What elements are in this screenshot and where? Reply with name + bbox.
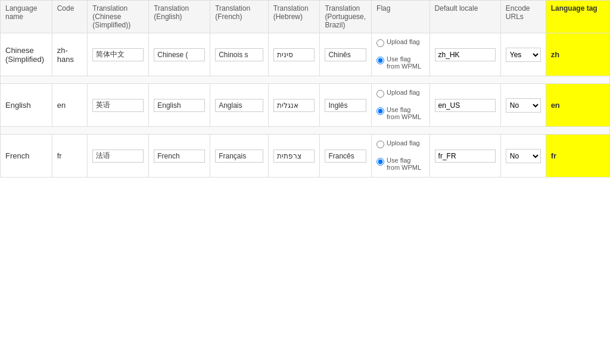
trans-pt-br-cell xyxy=(320,33,372,76)
trans-french-cell xyxy=(210,84,269,127)
trans-english-cell xyxy=(149,84,210,127)
flag-upload-option: Upload flag xyxy=(376,89,425,98)
encode-urls-select[interactable]: YesNo xyxy=(506,149,541,163)
header-trans-hebrew: Translation (Hebrew) xyxy=(268,1,320,33)
lang-tag-cell: zh xyxy=(546,33,609,76)
trans-french-cell xyxy=(210,33,269,76)
flag-wpml-label: Use flag from WPML xyxy=(387,157,425,171)
default-locale-cell xyxy=(430,135,500,178)
trans-pt-br-input[interactable] xyxy=(325,48,366,61)
flag-wpml-option: Use flag from WPML xyxy=(376,106,425,120)
flag-wpml-label: Use flag from WPML xyxy=(387,106,425,120)
trans-chinese-cell xyxy=(88,84,149,127)
flag-wpml-radio[interactable] xyxy=(376,57,384,64)
trans-chinese-input[interactable] xyxy=(92,150,144,163)
trans-chinese-input[interactable] xyxy=(92,99,144,112)
encode-urls-select[interactable]: YesNo xyxy=(506,98,541,113)
trans-english-input[interactable] xyxy=(154,48,205,61)
trans-chinese-cell xyxy=(88,33,149,76)
default-locale-input[interactable] xyxy=(435,150,496,163)
trans-hebrew-input[interactable] xyxy=(273,48,315,61)
lang-name-cell: French xyxy=(1,135,52,178)
header-trans-pt-br: Translation (Portuguese, Brazil) xyxy=(320,1,372,33)
lang-tag-cell: en xyxy=(546,84,609,127)
header-default-locale: Default locale xyxy=(430,1,500,33)
trans-english-input[interactable] xyxy=(154,99,205,112)
flag-wpml-label: Use flag from WPML xyxy=(387,55,425,70)
lang-tag-cell: fr xyxy=(546,135,609,178)
flag-upload-label: Upload flag xyxy=(387,89,420,96)
header-lang-tag: Language tag xyxy=(546,1,609,33)
flag-upload-option: Upload flag xyxy=(376,38,425,47)
flag-wpml-option: Use flag from WPML xyxy=(376,157,425,171)
header-code: Code xyxy=(52,1,88,33)
table-header-row: Language name Code Translation (Chinese … xyxy=(1,1,610,33)
trans-french-cell xyxy=(210,135,269,178)
encode-urls-cell: YesNo xyxy=(500,33,546,76)
trans-french-input[interactable] xyxy=(215,150,263,163)
flag-wpml-option: Use flag from WPML xyxy=(376,55,425,70)
default-locale-cell xyxy=(430,84,500,127)
language-table-container: Language name Code Translation (Chinese … xyxy=(0,0,610,178)
trans-hebrew-input[interactable] xyxy=(273,99,315,112)
trans-english-input[interactable] xyxy=(154,150,205,163)
header-trans-french: Translation (French) xyxy=(210,1,269,33)
flag-cell: Upload flag Use flag from WPML xyxy=(372,135,430,178)
flag-cell: Upload flag Use flag from WPML xyxy=(372,84,430,127)
header-flag: Flag xyxy=(372,1,430,33)
header-encode-urls: Encode URLs xyxy=(500,1,546,33)
trans-hebrew-input[interactable] xyxy=(273,150,315,163)
table-row: French fr Upload flag Use flag from WPML xyxy=(1,135,610,178)
default-locale-input[interactable] xyxy=(435,99,496,112)
trans-pt-br-input[interactable] xyxy=(325,99,366,112)
default-locale-input[interactable] xyxy=(435,48,496,61)
flag-upload-radio[interactable] xyxy=(376,141,384,148)
trans-chinese-cell xyxy=(88,135,149,178)
encode-urls-select[interactable]: YesNo xyxy=(506,48,541,62)
flag-upload-option: Upload flag xyxy=(376,139,425,148)
code-cell: en xyxy=(52,84,88,127)
code-cell: fr xyxy=(52,135,88,178)
trans-hebrew-cell xyxy=(268,135,320,178)
trans-hebrew-cell xyxy=(268,84,320,127)
trans-pt-br-cell xyxy=(320,135,372,178)
divider-row xyxy=(1,127,610,135)
lang-name-cell: Chinese (Simplified) xyxy=(1,33,52,76)
flag-upload-radio[interactable] xyxy=(376,90,384,98)
encode-urls-cell: YesNo xyxy=(500,84,546,127)
encode-urls-cell: YesNo xyxy=(500,135,546,178)
table-row: Chinese (Simplified) zh-hans Upload flag… xyxy=(1,33,610,76)
trans-chinese-input[interactable] xyxy=(92,48,144,61)
trans-french-input[interactable] xyxy=(215,99,263,112)
flag-cell: Upload flag Use flag from WPML xyxy=(372,33,430,76)
flag-wpml-radio[interactable] xyxy=(376,158,384,166)
flag-wpml-radio[interactable] xyxy=(376,107,384,115)
trans-english-cell xyxy=(149,135,210,178)
flag-upload-label: Upload flag xyxy=(387,139,420,147)
header-trans-chinese: Translation (Chinese (Simplified)) xyxy=(88,1,149,33)
header-lang-name: Language name xyxy=(1,1,52,33)
flag-upload-label: Upload flag xyxy=(387,38,420,45)
trans-english-cell xyxy=(149,33,210,76)
trans-pt-br-input[interactable] xyxy=(325,150,366,163)
divider-row xyxy=(1,76,610,84)
trans-french-input[interactable] xyxy=(215,48,263,61)
trans-hebrew-cell xyxy=(268,33,320,76)
flag-upload-radio[interactable] xyxy=(376,39,384,47)
table-row: English en Upload flag Use flag from WPM… xyxy=(1,84,610,127)
lang-name-cell: English xyxy=(1,84,52,127)
default-locale-cell xyxy=(430,33,500,76)
language-table: Language name Code Translation (Chinese … xyxy=(0,0,610,178)
header-trans-english: Translation (English) xyxy=(149,1,210,33)
code-cell: zh-hans xyxy=(52,33,88,76)
trans-pt-br-cell xyxy=(320,84,372,127)
